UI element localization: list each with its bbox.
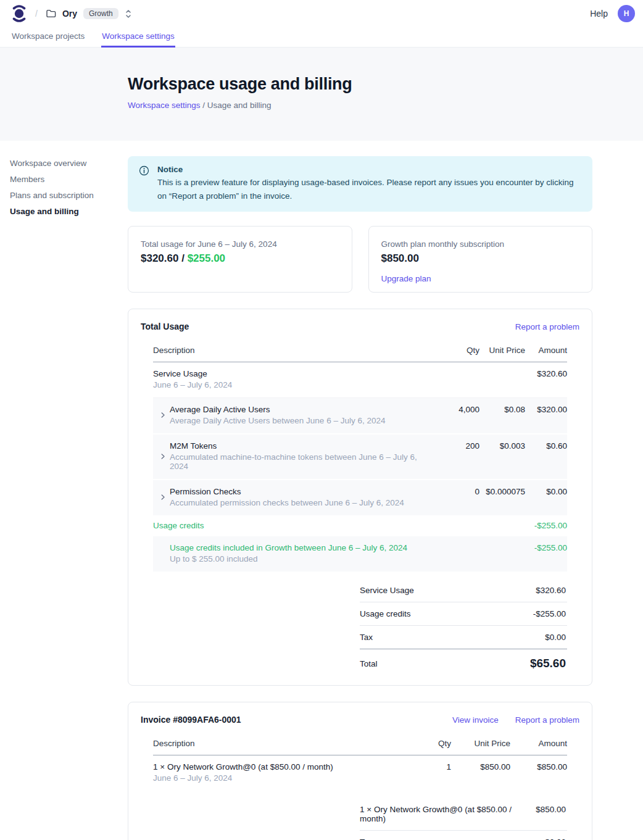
table-row-service-usage: Service Usage June 6 – July 6, 2024 $320… xyxy=(153,362,567,397)
usage-panel-title: Total Usage xyxy=(141,322,189,331)
total-usage-value: $320.60 / $255.00 xyxy=(141,252,339,265)
workspace-selector-chevrons-icon[interactable] xyxy=(125,9,132,19)
usage-credits-title: Usage credits xyxy=(153,521,525,530)
col-qty: Qty xyxy=(424,346,479,355)
view-invoice-link[interactable]: View invoice xyxy=(452,715,499,725)
col-amount: Amount xyxy=(525,346,567,355)
chevron-right-icon[interactable] xyxy=(153,494,170,501)
tab-workspace-settings[interactable]: Workspace settings xyxy=(101,27,175,48)
summary-row-total: Total $65.60 xyxy=(360,649,567,672)
line-item-unit-price: $0.003 xyxy=(479,441,525,451)
table-row-average-daily-active-users[interactable]: Average Daily Active Users Average Daily… xyxy=(153,397,567,433)
breadcrumb-settings-link[interactable]: Workspace settings xyxy=(128,101,201,110)
subscription-label: Growth plan monthly subscription xyxy=(381,239,580,249)
service-usage-period: June 6 – July 6, 2024 xyxy=(153,380,424,389)
summary-cards-row: Total usage for June 6 – July 6, 2024 $3… xyxy=(128,226,592,293)
chevron-right-icon[interactable] xyxy=(153,412,170,418)
line-item-amount: $0.00 xyxy=(525,487,567,496)
breadcrumb-separator: / xyxy=(33,9,39,19)
table-row-usage-credits: Usage credits -$255.00 xyxy=(153,515,567,536)
usage-credit-amount: $255.00 xyxy=(188,252,225,264)
invoice-line-period: June 6 – July 6, 2024 xyxy=(153,773,419,783)
usage-amount: $320.60 xyxy=(141,252,178,264)
service-usage-title: Service Usage xyxy=(153,369,424,378)
subscription-card: Growth plan monthly subscription $850.00… xyxy=(368,226,593,293)
chevron-right-icon[interactable] xyxy=(153,453,170,460)
credits-detail-title: Usage credits included in Growth between… xyxy=(170,543,525,552)
usage-total-value: $65.60 xyxy=(530,657,566,670)
invoice-summary: 1 × Ory Network Growth@0 (at $850.00 / m… xyxy=(360,798,567,840)
summary-row-tax: Tax $0.00 xyxy=(360,831,567,840)
usage-table-header: Description Qty Unit Price Amount xyxy=(153,340,567,362)
notice-body: This is a preview feature for displaying… xyxy=(157,176,581,202)
line-item-amount: $320.00 xyxy=(525,405,567,414)
line-item-subtitle: Accumulated permission checks between Ju… xyxy=(170,498,424,507)
invoice-panel: Invoice #8099AFA6-0001 View invoice Repo… xyxy=(128,702,592,840)
avatar[interactable]: H xyxy=(618,5,635,22)
workspace-name[interactable]: Ory xyxy=(62,9,77,19)
col-qty: Qty xyxy=(419,739,451,748)
page-header: Workspace usage and billing Workspace se… xyxy=(0,48,643,141)
breadcrumb-slash: / xyxy=(201,101,207,110)
summary-row-tax: Tax $0.00 xyxy=(360,626,567,649)
line-item-unit-price: $0.000075 xyxy=(479,487,525,496)
table-row-m2m-tokens[interactable]: M2M Tokens Accumulated machine-to-machin… xyxy=(153,433,567,479)
report-problem-link-invoice[interactable]: Report a problem xyxy=(515,715,579,725)
col-unit-price: Unit Price xyxy=(451,739,510,748)
invoice-line-unit-price: $850.00 xyxy=(451,762,510,771)
invoice-table: Description Qty Unit Price Amount 1 × Or… xyxy=(153,733,567,791)
breadcrumb: Workspace settings / Usage and billing xyxy=(128,101,643,110)
line-item-unit-price: $0.08 xyxy=(479,405,525,414)
content-column: Notice This is a preview feature for dis… xyxy=(128,156,592,840)
col-description: Description xyxy=(153,346,424,355)
ory-logo-icon[interactable] xyxy=(11,4,27,23)
info-icon xyxy=(139,165,149,202)
breadcrumb-current: Usage and billing xyxy=(207,101,272,110)
invoice-line-qty: 1 xyxy=(419,762,451,771)
line-item-title: Average Daily Active Users xyxy=(170,405,424,414)
subscription-amount: $850.00 xyxy=(381,252,580,265)
credits-detail-subtitle: Up to $ 255.00 included xyxy=(170,554,525,563)
notice-title: Notice xyxy=(157,165,581,174)
line-item-subtitle: Accumulated machine-to-machine tokens be… xyxy=(170,452,424,471)
invoice-panel-header: Invoice #8099AFA6-0001 View invoice Repo… xyxy=(141,715,579,725)
tab-workspace-projects[interactable]: Workspace projects xyxy=(11,27,85,47)
sidebar-item-plans-subscription[interactable]: Plans and subscription xyxy=(10,191,118,200)
total-usage-card: Total usage for June 6 – July 6, 2024 $3… xyxy=(128,226,352,293)
col-amount: Amount xyxy=(510,739,567,748)
page-title: Workspace usage and billing xyxy=(128,75,643,94)
usage-panel-header: Total Usage Report a problem xyxy=(141,322,579,331)
sidebar-item-members[interactable]: Members xyxy=(10,175,118,184)
table-row-invoice-line: 1 × Ory Network Growth@0 (at $850.00 / m… xyxy=(153,755,567,791)
folder-icon xyxy=(46,9,56,19)
usage-separator: / xyxy=(178,252,187,264)
line-item-qty: 4,000 xyxy=(424,405,479,414)
summary-row-service-usage: Service Usage $320.60 xyxy=(360,579,567,602)
invoice-table-header: Description Qty Unit Price Amount xyxy=(153,733,567,755)
notice-text: Notice This is a preview feature for dis… xyxy=(157,165,581,202)
upgrade-plan-link[interactable]: Upgrade plan xyxy=(381,274,431,283)
usage-summary: Service Usage $320.60 Usage credits -$25… xyxy=(360,579,567,672)
table-row-usage-credits-detail: Usage credits included in Growth between… xyxy=(153,536,567,572)
usage-table: Description Qty Unit Price Amount Servic… xyxy=(153,340,567,572)
service-usage-amount: $320.60 xyxy=(525,369,567,378)
top-bar: / Ory Growth Help H xyxy=(0,0,643,27)
line-item-qty: 200 xyxy=(424,441,479,451)
table-row-permission-checks[interactable]: Permission Checks Accumulated permission… xyxy=(153,479,567,515)
plan-badge: Growth xyxy=(83,8,118,19)
top-bar-right: Help H xyxy=(590,5,635,22)
line-item-qty: 0 xyxy=(424,487,479,496)
help-link[interactable]: Help xyxy=(590,9,608,19)
total-usage-label: Total usage for June 6 – July 6, 2024 xyxy=(141,239,339,249)
line-item-title: Permission Checks xyxy=(170,487,424,496)
total-usage-panel: Total Usage Report a problem Description… xyxy=(128,309,592,686)
report-problem-link-usage[interactable]: Report a problem xyxy=(515,322,579,331)
workspace-switcher: / Ory Growth xyxy=(11,4,132,23)
sidebar-item-usage-billing[interactable]: Usage and billing xyxy=(10,207,118,216)
sidebar-item-workspace-overview[interactable]: Workspace overview xyxy=(10,159,118,168)
notice-banner: Notice This is a preview feature for dis… xyxy=(128,156,592,212)
credits-detail-amount: -$255.00 xyxy=(525,543,567,552)
col-unit-price: Unit Price xyxy=(479,346,525,355)
invoice-line-title: 1 × Ory Network Growth@0 (at $850.00 / m… xyxy=(153,762,419,771)
summary-row-plan: 1 × Ory Network Growth@0 (at $850.00 / m… xyxy=(360,798,567,831)
